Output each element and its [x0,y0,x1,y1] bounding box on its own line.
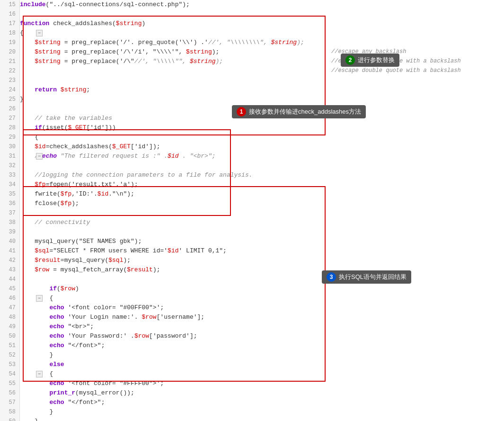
annotation-3: 3执行SQL语句并返回结果 [322,270,411,284]
line-number-46: 46 [0,294,19,303]
code-line-33: //logging the connection parameters to a… [20,170,504,180]
inline-comment: //escape double quote with a backslash [331,67,461,74]
line-number-33: 33 [0,170,19,180]
code-line-17: function check_addslashes($string) [20,19,504,28]
annotation-circle-3: 3 [327,272,336,282]
line-number-56: 56 [0,388,19,398]
line-number-38: 38 [0,218,19,227]
code-line-19: $string = preg_replace('/'. preg_quote('… [20,38,504,47]
line-number-41: 41 [0,246,19,256]
code-line-49: echo "<br>"; [20,322,504,331]
code-line-48: echo 'Your Login name:'. $row['username'… [20,313,504,322]
code-line-42: $result=mysql_query($sql); [20,256,504,265]
code-line-56: print_r(mysql_error()); [20,388,504,398]
line-number-15: 15 [0,0,19,9]
code-line-31: //echo "The filtered request is :" .$id … [20,152,504,161]
line-number-47: 47 [0,303,19,313]
code-line-44 [20,275,504,284]
code-line-53: else [20,360,504,369]
collapse-icon-line-29[interactable]: − [36,153,43,160]
line-number-39: 39 [0,227,19,237]
line-number-40: 40 [0,237,19,246]
code-line-45: if($row) [20,284,504,294]
line-number-48: 48 [0,313,19,322]
annotation-1: 1接收参数并传输进check_addslashes方法 [232,105,366,118]
line-number-49: 49 [0,322,19,331]
code-viewer: 1516171819202122232425262728293031323334… [0,0,504,421]
code-line-46: { [20,294,504,303]
line-number-30: 30 [0,142,19,152]
code-line-37 [20,208,504,218]
line-number-42: 42 [0,256,19,265]
code-line-23 [20,76,504,85]
line-number-45: 45 [0,284,19,294]
code-line-24: return $string; [20,85,504,95]
collapse-icon-line-18[interactable]: − [36,30,43,36]
collapse-icon-line-54[interactable]: − [36,371,43,377]
line-number-31: 31 [0,152,19,161]
line-number-36: 36 [0,199,19,208]
line-number-34: 34 [0,180,19,189]
line-number-gutter: 1516171819202122232425262728293031323334… [0,0,20,421]
line-number-23: 23 [0,76,19,85]
code-line-35: fwrite($fp,'ID:'.$id."\n"); [20,189,504,199]
line-number-16: 16 [0,9,19,19]
line-number-25: 25 [0,95,19,104]
annotation-label-2: 进行参数替换 [358,56,395,64]
code-line-52: } [20,350,504,360]
line-number-22: 22 [0,66,19,76]
code-line-29: { [20,133,504,142]
code-line-54: { [20,369,504,379]
code-line-16 [20,9,504,19]
line-number-24: 24 [0,85,19,95]
collapse-icon-line-46[interactable]: − [36,295,43,302]
line-number-17: 17 [0,19,19,28]
line-number-55: 55 [0,379,19,388]
code-line-18: { [20,28,504,38]
line-number-37: 37 [0,208,19,218]
line-number-59: 59 [0,417,19,421]
line-number-32: 32 [0,161,19,170]
line-number-20: 20 [0,47,19,57]
code-line-59: } [20,417,504,421]
code-line-41: $sql="SELECT * FROM users WHERE id='$id'… [20,246,504,256]
line-number-18: 18 [0,28,19,38]
line-number-53: 53 [0,360,19,369]
code-line-25: } [20,95,504,104]
line-number-26: 26 [0,104,19,114]
code-line-57: echo "</font>"; [20,398,504,407]
line-number-21: 21 [0,57,19,66]
annotation-label-3: 执行SQL语句并返回结果 [339,273,407,281]
line-number-54: 54 [0,369,19,379]
line-number-29: 29 [0,133,19,142]
code-line-34: $fp=fopen('result.txt','a'); [20,180,504,189]
code-line-20: $string = preg_replace('/\'/i', "\\\\'",… [20,47,504,57]
line-number-51: 51 [0,341,19,350]
code-line-28: if(isset($_GET['id'])) [20,123,504,133]
code-line-38: // connectivity [20,218,504,227]
code-line-51: echo "</font>"; [20,341,504,350]
code-line-50: echo 'Your Password:' .$row['password']; [20,331,504,341]
line-number-27: 27 [0,114,19,123]
code-line-32 [20,161,504,170]
line-number-35: 35 [0,189,19,199]
annotation-circle-2: 2 [345,55,355,65]
line-number-28: 28 [0,123,19,133]
code-line-47: echo '<font color= "#00FF00">'; [20,303,504,313]
code-line-30: $id=check_addslashes($_GET['id']); [20,142,504,152]
code-line-40: mysql_query("SET NAMES gbk"); [20,237,504,246]
code-line-36: fclose($fp); [20,199,504,208]
line-number-44: 44 [0,275,19,284]
code-line-39 [20,227,504,237]
line-number-19: 19 [0,38,19,47]
code-line-55: echo '<font color= "#FFFF00">'; [20,379,504,388]
line-number-57: 57 [0,398,19,407]
line-number-52: 52 [0,350,19,360]
annotation-2: 2进行参数替换 [341,54,399,67]
line-number-58: 58 [0,407,19,417]
annotation-circle-1: 1 [237,107,246,116]
code-line-15: include("../sql-connections/sql-connect.… [20,0,504,9]
line-number-43: 43 [0,265,19,275]
code-line-58: } [20,407,504,417]
line-number-50: 50 [0,331,19,341]
